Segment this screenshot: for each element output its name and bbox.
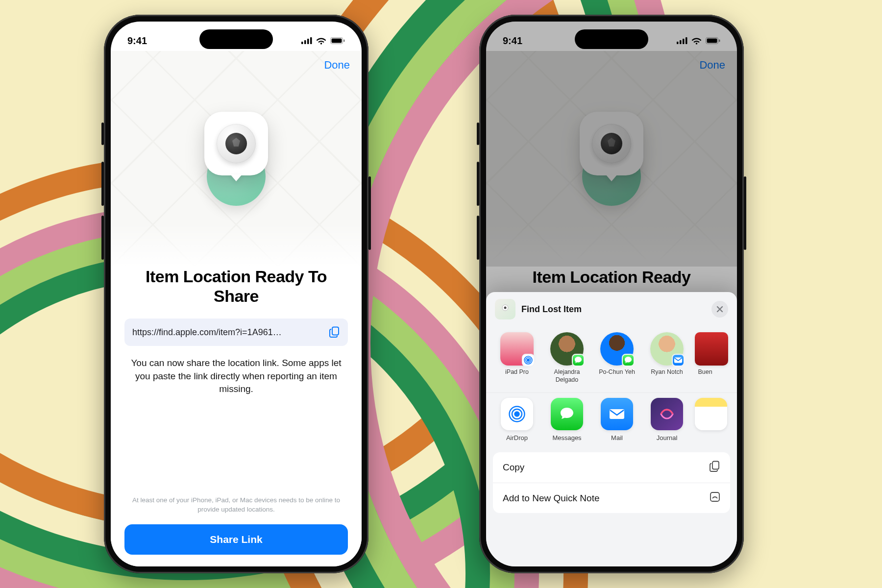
airtag-pin (195, 110, 278, 208)
copy-icon (710, 461, 720, 475)
share-app-journal[interactable]: Journal (645, 398, 689, 441)
mail-badge-icon (672, 354, 685, 367)
svg-point-16 (504, 307, 507, 309)
messages-badge-icon (572, 354, 585, 367)
share-target-label: Buen (698, 368, 712, 375)
share-app-mail[interactable]: Mail (595, 398, 639, 441)
action-label: Copy (503, 462, 524, 473)
messages-badge-icon (622, 354, 635, 367)
share-apps-row[interactable]: AirDrop Messages Mail Journal (486, 392, 737, 452)
action-copy[interactable]: Copy (493, 452, 730, 483)
done-button[interactable]: Done (324, 59, 350, 72)
share-app-label: AirDrop (506, 434, 528, 441)
share-app-label: Journal (657, 434, 678, 441)
airdrop-icon (501, 398, 533, 430)
share-app-partial[interactable] (695, 398, 711, 441)
fine-print: At least one of your iPhone, iPad, or Ma… (124, 495, 348, 514)
share-target-label: Alejandra Delgado (554, 368, 580, 383)
share-app-label: Mail (611, 434, 623, 441)
share-actions: Copy Add to New Quick Note (493, 452, 730, 513)
svg-rect-2 (307, 39, 309, 44)
close-icon (716, 306, 723, 313)
navbar: Done (111, 51, 362, 79)
share-people-row[interactable]: iPad Pro Alejandra Delgado Po-Chun Yeh R… (486, 326, 737, 392)
iphone-left: Done 9:41 Item Location Ready To Share h… (104, 15, 368, 573)
share-sheet-title: Find Lost Item (521, 304, 582, 315)
share-target-label: Ryan Notch (651, 368, 683, 375)
share-app-airdrop[interactable]: AirDrop (495, 398, 539, 441)
share-target-alejandra[interactable]: Alejandra Delgado (545, 332, 589, 384)
svg-rect-7 (332, 327, 339, 335)
page-title: Item Location Ready To Share (124, 267, 348, 306)
share-target-label: iPad Pro (505, 368, 529, 375)
svg-rect-3 (310, 37, 312, 44)
description: You can now share the location link. Som… (124, 357, 348, 396)
wifi-icon (316, 37, 326, 45)
share-app-label: Messages (552, 434, 581, 441)
action-label: Add to New Quick Note (503, 493, 599, 504)
svg-rect-0 (301, 42, 303, 44)
share-target-ryan[interactable]: Ryan Notch (645, 332, 689, 384)
dynamic-island (199, 29, 273, 49)
share-sheet: Find Lost Item iPad Pro Alejandra Delgad… (486, 292, 737, 566)
action-quick-note[interactable]: Add to New Quick Note (493, 483, 730, 513)
copy-icon[interactable] (329, 326, 340, 338)
close-button[interactable] (711, 301, 728, 318)
share-url-text: https://find.apple.com/item?i=1A961… (132, 327, 323, 338)
battery-icon (330, 37, 345, 44)
messages-icon (551, 398, 583, 430)
svg-rect-5 (332, 39, 342, 43)
cellular-icon (301, 37, 312, 44)
share-sheet-thumb-icon (495, 299, 515, 319)
svg-point-21 (515, 412, 519, 416)
wallpaper: Done 9:41 Item Location Ready To Share h… (0, 0, 882, 588)
quick-note-icon (710, 491, 720, 505)
svg-rect-25 (712, 461, 719, 469)
share-url-field[interactable]: https://find.apple.com/item?i=1A961… (124, 318, 348, 346)
content: Item Location Ready To Share https://fin… (111, 267, 362, 566)
status-bar: 9:41 (111, 22, 362, 53)
share-app-messages[interactable]: Messages (545, 398, 589, 441)
share-target-partial[interactable]: Buen (695, 332, 715, 384)
mail-icon (601, 398, 633, 430)
airdrop-badge-icon (522, 354, 535, 367)
share-link-button[interactable]: Share Link (124, 524, 348, 555)
share-target-pochun[interactable]: Po-Chun Yeh (595, 332, 639, 384)
svg-point-17 (527, 359, 530, 362)
svg-rect-1 (304, 40, 306, 44)
iphone-right: Done 9:41 Item Location Ready Find (479, 15, 744, 573)
svg-rect-6 (343, 40, 345, 42)
journal-icon (651, 398, 683, 430)
share-target-label: Po-Chun Yeh (599, 368, 635, 375)
notes-icon (695, 398, 727, 430)
share-target-ipad-pro[interactable]: iPad Pro (495, 332, 539, 384)
map-hero (111, 51, 362, 267)
status-time: 9:41 (127, 35, 147, 47)
